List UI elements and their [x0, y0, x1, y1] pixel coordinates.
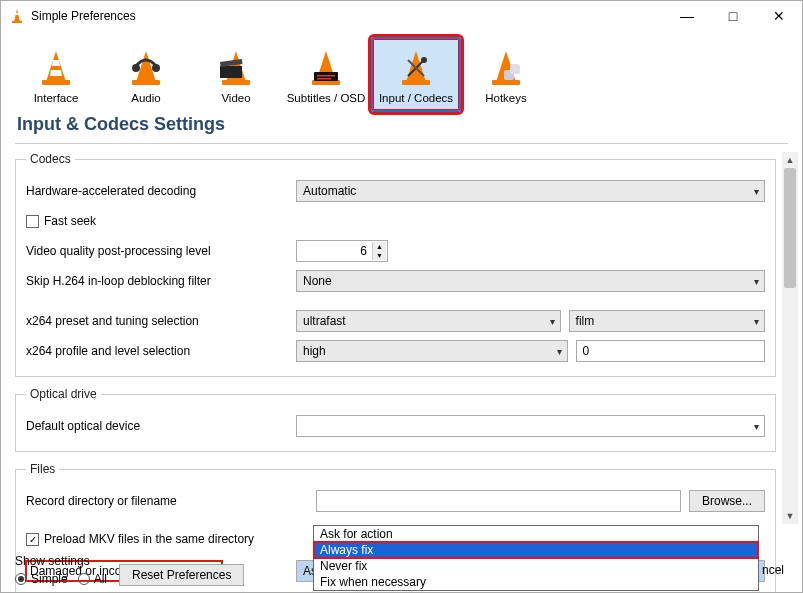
- preload-mkv-label: Preload MKV files in the same directory: [44, 532, 254, 546]
- avi-option[interactable]: Ask for action: [314, 526, 758, 542]
- checkbox-box: [26, 215, 39, 228]
- scroll-thumb[interactable]: [784, 168, 796, 288]
- x264-profile-combo[interactable]: high: [296, 340, 568, 362]
- svg-point-9: [132, 64, 140, 72]
- record-dir-input[interactable]: [316, 490, 681, 512]
- svg-rect-19: [317, 78, 331, 80]
- default-optical-label: Default optical device: [26, 419, 296, 433]
- radio-label: All: [94, 572, 107, 586]
- svg-rect-18: [317, 75, 335, 77]
- fast-seek-label: Fast seek: [44, 214, 96, 228]
- x264-preset-combo[interactable]: ultrafast: [296, 310, 561, 332]
- textbox-value: 0: [583, 344, 590, 358]
- checkbox-box: ✓: [26, 533, 39, 546]
- svg-rect-26: [492, 80, 520, 85]
- combo-value: high: [303, 344, 326, 358]
- svg-rect-2: [15, 13, 19, 15]
- tab-label: Hotkeys: [485, 92, 527, 104]
- cone-keys-icon: [486, 48, 526, 88]
- button-label: Browse...: [702, 494, 752, 508]
- window-title: Simple Preferences: [31, 9, 664, 23]
- scroll-up-arrow[interactable]: ▲: [782, 152, 798, 168]
- page-title: Input & Codecs Settings: [1, 112, 802, 143]
- cone-icon: [36, 48, 76, 88]
- svg-rect-28: [510, 64, 520, 74]
- codecs-legend: Codecs: [26, 152, 75, 166]
- files-legend: Files: [26, 462, 59, 476]
- tab-subtitles[interactable]: Subtitles / OSD: [281, 37, 371, 112]
- tab-audio[interactable]: Audio: [101, 37, 191, 112]
- avi-dropdown-list[interactable]: Ask for action Always fix Never fix Fix …: [313, 525, 759, 591]
- optical-group: Optical drive Default optical device: [15, 387, 776, 452]
- svg-rect-12: [222, 80, 250, 85]
- cone-tools-icon: [396, 48, 436, 88]
- svg-marker-5: [52, 60, 60, 66]
- fast-seek-checkbox[interactable]: Fast seek: [26, 214, 96, 228]
- codecs-group: Codecs Hardware-accelerated decoding Aut…: [15, 152, 776, 377]
- browse-button[interactable]: Browse...: [689, 490, 765, 512]
- cone-headphones-icon: [126, 48, 166, 88]
- tab-label: Audio: [131, 92, 160, 104]
- tab-label: Subtitles / OSD: [287, 92, 366, 104]
- x264-level-input[interactable]: 0: [576, 340, 765, 362]
- cancel-button-partial[interactable]: ncel: [762, 563, 788, 577]
- optical-legend: Optical drive: [26, 387, 101, 401]
- combo-value: Automatic: [303, 184, 356, 198]
- tab-label: Input / Codecs: [379, 92, 453, 104]
- svg-rect-4: [42, 80, 70, 85]
- button-label: Reset Preferences: [132, 568, 231, 582]
- svg-point-10: [152, 64, 160, 72]
- reset-preferences-button[interactable]: Reset Preferences: [119, 564, 244, 586]
- default-optical-combo[interactable]: [296, 415, 765, 437]
- hw-decoding-label: Hardware-accelerated decoding: [26, 184, 296, 198]
- tab-label: Video: [221, 92, 250, 104]
- minimize-button[interactable]: —: [664, 1, 710, 31]
- svg-point-24: [421, 57, 427, 63]
- title-bar: Simple Preferences — □ ✕: [1, 1, 802, 31]
- preferences-tabs: Interface Audio Video Subtitles / OSD In…: [1, 31, 802, 112]
- preload-mkv-checkbox[interactable]: ✓ Preload MKV files in the same director…: [26, 532, 254, 546]
- svg-rect-13: [220, 66, 242, 78]
- svg-rect-21: [402, 80, 430, 85]
- tab-label: Interface: [34, 92, 79, 104]
- svg-marker-6: [50, 70, 62, 76]
- avi-option[interactable]: Never fix: [314, 558, 758, 574]
- divider: [15, 143, 788, 144]
- tab-interface[interactable]: Interface: [11, 37, 101, 112]
- show-settings-group: Show settings Simple All: [15, 554, 107, 586]
- x264-tuning-combo[interactable]: film: [569, 310, 765, 332]
- maximize-button[interactable]: □: [710, 1, 756, 31]
- tab-input-codecs[interactable]: Input / Codecs: [371, 37, 461, 112]
- show-settings-label: Show settings: [15, 554, 107, 568]
- tab-video[interactable]: Video: [191, 37, 281, 112]
- combo-value: ultrafast: [303, 314, 346, 328]
- svg-marker-20: [406, 51, 426, 82]
- avi-option-highlighted[interactable]: Always fix: [314, 542, 758, 558]
- cone-subtitle-icon: [306, 48, 346, 88]
- combo-value: None: [303, 274, 332, 288]
- x264-profile-label: x264 profile and level selection: [26, 344, 296, 358]
- vertical-scrollbar[interactable]: ▲ ▼: [782, 152, 798, 524]
- avi-option[interactable]: Fix when necessary: [314, 574, 758, 590]
- spinner-down[interactable]: ▼: [372, 251, 386, 260]
- skip-h264-label: Skip H.264 in-loop deblocking filter: [26, 274, 296, 288]
- svg-marker-3: [46, 51, 66, 82]
- scroll-down-arrow[interactable]: ▼: [782, 508, 798, 524]
- close-button[interactable]: ✕: [756, 1, 802, 31]
- skip-h264-combo[interactable]: None: [296, 270, 765, 292]
- svg-rect-8: [132, 80, 160, 85]
- record-dir-label: Record directory or filename: [26, 494, 316, 508]
- app-icon: [9, 8, 25, 24]
- svg-marker-0: [14, 9, 20, 22]
- combo-value: film: [576, 314, 595, 328]
- vqpp-spinner[interactable]: 6 ▲▼: [296, 240, 388, 262]
- radio-simple[interactable]: Simple: [15, 572, 68, 586]
- x264-preset-label: x264 preset and tuning selection: [26, 314, 296, 328]
- radio-all[interactable]: All: [78, 572, 107, 586]
- radio-label: Simple: [31, 572, 68, 586]
- tab-hotkeys[interactable]: Hotkeys: [461, 37, 551, 112]
- spinner-up[interactable]: ▲: [372, 242, 386, 251]
- vqpp-label: Video quality post-processing level: [26, 244, 296, 258]
- hw-decoding-combo[interactable]: Automatic: [296, 180, 765, 202]
- radio-circle: [15, 573, 27, 585]
